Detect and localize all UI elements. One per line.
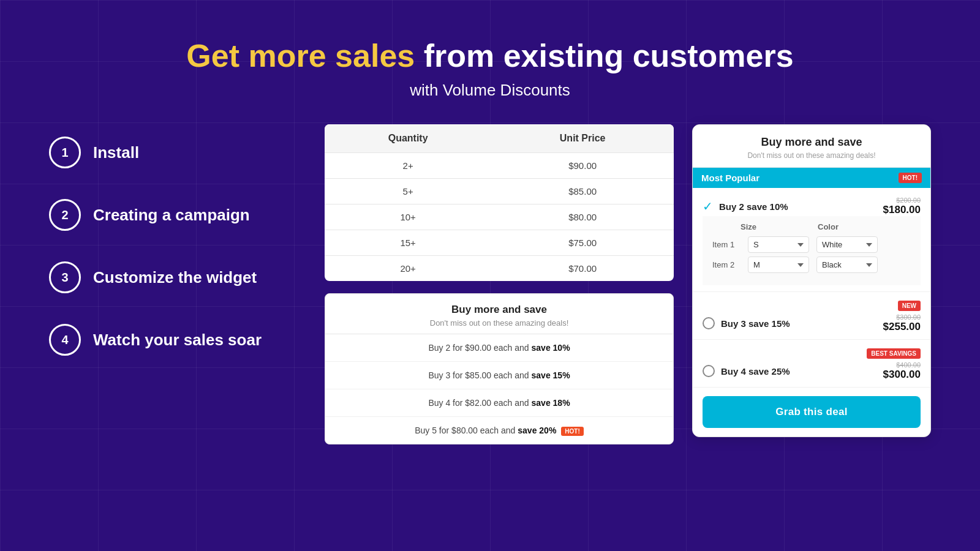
right-buy-save-widget: Buy more and save Don't miss out on thes… [692, 124, 931, 437]
step-label-4: Watch your sales soar [93, 331, 262, 350]
left-widget-row-2: Buy 3 for $85.00 each and save 15% [325, 362, 673, 389]
deal-option-1[interactable]: ✓ Buy 2 save 10% $200.00 $180.00 Size Co… [693, 188, 930, 292]
deal-final-price-2: $255.00 [883, 321, 921, 333]
qty-cell: 2+ [325, 153, 491, 179]
hot-badge: HOT! [899, 173, 922, 183]
right-widget-title: Buy more and save [705, 136, 918, 149]
radio-circle-2 [703, 317, 715, 329]
color-col-label: Color [818, 222, 839, 231]
radio-circle-3 [703, 365, 715, 377]
size-select-1[interactable]: S M L XL [748, 236, 809, 253]
price-cell: $85.00 [491, 179, 674, 204]
qty-cell: 15+ [325, 230, 491, 256]
variant-row-1: Item 1 S M L XL White Black Blue [712, 236, 911, 253]
pricing-row: 20+$70.00 [325, 256, 674, 282]
most-popular-label: Most Popular [701, 173, 760, 183]
deal-final-price-1: $180.00 [883, 204, 921, 216]
price-cell: $75.00 [491, 230, 674, 256]
left-widget-row-3: Buy 4 for $82.00 each and save 18% [325, 389, 673, 417]
variant-item-label-1: Item 1 [712, 240, 741, 249]
size-col-label: Size [741, 222, 756, 231]
title-highlight: Get more sales [186, 38, 415, 73]
col-quantity: Quantity [325, 124, 491, 153]
deal-text-3: Buy 4 save 25% [721, 366, 790, 377]
page-content: Get more sales from existing customers w… [0, 0, 980, 469]
price-cell: $90.00 [491, 153, 674, 179]
step-label-1: Install [93, 143, 139, 162]
step-circle-2: 2 [49, 199, 81, 231]
left-widget-title: Buy more and save [337, 304, 661, 316]
qty-cell: 10+ [325, 204, 491, 230]
pricing-table: Quantity Unit Price 2+$90.005+$85.0010+$… [325, 124, 674, 281]
deal-price-block-3: $400.00 $300.00 [883, 361, 921, 381]
hot-badge-4: HOT! [561, 427, 583, 436]
step-3: 3 Customize the widget [49, 261, 306, 293]
deal-price-block-1: $200.00 $180.00 [883, 197, 921, 216]
best-savings-badge: Best savings [867, 348, 921, 359]
left-widget-subtitle: Don't miss out on these amazing deals! [337, 318, 661, 328]
row-text-3: Buy 4 for $82.00 each and save 18% [337, 398, 661, 408]
deal-original-price-2: $300.00 [883, 313, 921, 321]
page-subtitle: with Volume Discounts [49, 81, 931, 100]
pricing-row: 2+$90.00 [325, 153, 674, 179]
left-widget-row-1: Buy 2 for $90.00 each and save 10% [325, 334, 673, 362]
deal-original-price-3: $400.00 [883, 361, 921, 369]
left-widget-row-4: Buy 5 for $80.00 each and save 20%HOT! [325, 417, 673, 444]
size-select-2[interactable]: S M L XL [748, 257, 809, 273]
step-2: 2 Creating a campaign [49, 199, 306, 231]
left-buy-save-widget: Buy more and save Don't miss out on thes… [325, 293, 674, 444]
row-text-4: Buy 5 for $80.00 each and save 20%HOT! [337, 425, 661, 435]
left-widget-header: Buy more and save Don't miss out on thes… [325, 294, 673, 334]
col-unit-price: Unit Price [491, 124, 674, 153]
color-select-1[interactable]: White Black Blue [816, 236, 878, 253]
pricing-row: 15+$75.00 [325, 230, 674, 256]
row-text-2: Buy 3 for $85.00 each and save 15% [337, 370, 661, 380]
deal-text-2: Buy 3 save 15% [721, 318, 790, 329]
deal-final-price-3: $300.00 [883, 369, 921, 381]
step-1: 1 Install [49, 137, 306, 168]
title-white: from existing customers [415, 38, 793, 73]
right-widget-section: Buy more and save Don't miss out on thes… [692, 124, 931, 437]
variant-header: Size Color [712, 222, 911, 231]
right-widget-subtitle: Don't miss out on these amazing deals! [705, 151, 918, 160]
step-label-2: Creating a campaign [93, 206, 250, 225]
variant-row-2: Item 2 S M L XL White Black Blue [712, 257, 911, 273]
deal-option-2[interactable]: NEW Buy 3 save 15% $300.00 $255.00 [693, 292, 930, 340]
page-title: Get more sales from existing customers [49, 37, 931, 75]
main-content: 1 Install 2 Creating a campaign 3 Custom… [49, 124, 931, 444]
new-badge: NEW [898, 301, 921, 311]
variant-section: Size Color Item 1 S M L XL [703, 216, 921, 285]
price-cell: $80.00 [491, 204, 674, 230]
widgets-section: Quantity Unit Price 2+$90.005+$85.0010+$… [325, 124, 674, 444]
steps-section: 1 Install 2 Creating a campaign 3 Custom… [49, 124, 306, 386]
deal-option-3[interactable]: Best savings Buy 4 save 25% $400.00 $300… [693, 340, 930, 388]
color-select-2[interactable]: White Black Blue [816, 257, 878, 273]
pricing-row: 10+$80.00 [325, 204, 674, 230]
check-icon-1: ✓ [703, 199, 713, 214]
step-4: 4 Watch your sales soar [49, 324, 306, 356]
most-popular-bar: Most Popular HOT! [693, 168, 930, 188]
variant-item-label-2: Item 2 [712, 260, 741, 269]
price-cell: $70.00 [491, 256, 674, 282]
step-label-3: Customize the widget [93, 268, 257, 287]
pricing-row: 5+$85.00 [325, 179, 674, 204]
step-circle-3: 3 [49, 261, 81, 293]
deal-text-1: Buy 2 save 10% [719, 201, 788, 212]
row-text-1: Buy 2 for $90.00 each and save 10% [337, 343, 661, 353]
step-circle-4: 4 [49, 324, 81, 356]
qty-cell: 20+ [325, 256, 491, 282]
deal-price-block-2: $300.00 $255.00 [883, 313, 921, 333]
right-widget-header: Buy more and save Don't miss out on thes… [693, 125, 930, 168]
qty-cell: 5+ [325, 179, 491, 204]
page-header: Get more sales from existing customers w… [49, 37, 931, 100]
deal-original-price-1: $200.00 [883, 197, 921, 204]
step-circle-1: 1 [49, 137, 81, 168]
left-widget-rows: Buy 2 for $90.00 each and save 10%Buy 3 … [325, 334, 673, 444]
grab-deal-button[interactable]: Grab this deal [703, 396, 921, 428]
